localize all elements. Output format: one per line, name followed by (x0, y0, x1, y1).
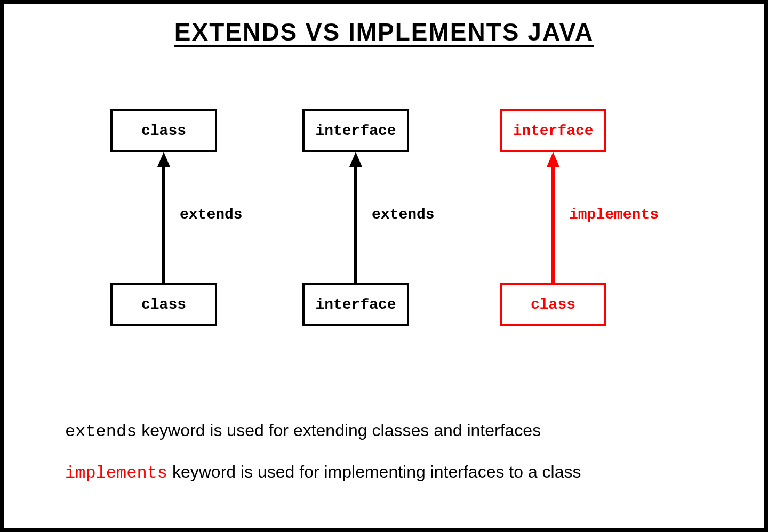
col3-bottom-label: class (531, 296, 575, 313)
col2-top-box: interface (302, 109, 409, 152)
svg-marker-1 (157, 152, 170, 167)
desc1-keyword: extends (65, 422, 137, 441)
description-implements: implements keyword is used for implement… (65, 462, 581, 483)
col3-top-box: interface (500, 109, 606, 152)
col2-arrow-up-icon (349, 152, 362, 283)
svg-marker-3 (349, 152, 362, 167)
col1-arrow-up-icon (157, 152, 170, 283)
col3-relation-label: implements (569, 206, 659, 223)
svg-marker-5 (547, 152, 559, 167)
desc1-rest: keyword is used for extending classes an… (137, 421, 541, 440)
description-extends: extends keyword is used for extending cl… (65, 421, 541, 441)
col3-arrow-up-icon (547, 152, 559, 283)
page-title: EXTENDS VS IMPLEMENTS JAVA (4, 18, 764, 46)
col3-top-label: interface (513, 123, 593, 139)
col1-top-box: class (110, 109, 217, 152)
col1-bottom-label: class (141, 296, 186, 313)
col1-bottom-box: class (110, 283, 217, 326)
desc2-keyword: implements (65, 463, 167, 483)
diagram-frame: EXTENDS VS IMPLEMENTS JAVA class extends… (0, 0, 768, 532)
col2-bottom-box: interface (302, 283, 409, 326)
col2-relation-label: extends (372, 206, 435, 223)
col2-bottom-label: interface (315, 296, 396, 313)
col3-bottom-box: class (500, 283, 606, 326)
desc2-rest: keyword is used for implementing interfa… (167, 462, 581, 481)
col1-top-label: class (141, 123, 186, 139)
col2-top-label: interface (315, 123, 396, 139)
col1-relation-label: extends (180, 206, 243, 223)
